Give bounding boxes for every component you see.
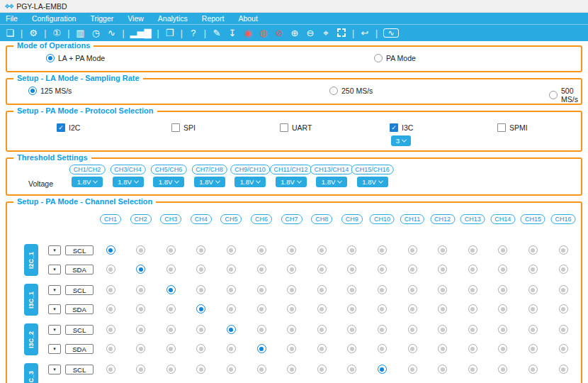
radio-i3c-3-scl-ch16[interactable] <box>559 365 568 374</box>
radio-i3c-1-scl-ch9[interactable] <box>347 285 356 294</box>
radio-i3c-1-scl-ch4[interactable] <box>196 285 205 294</box>
threshold-dropdown-ch15-ch16[interactable]: 1.8V <box>357 177 388 187</box>
radio-i3c-2-scl-ch5[interactable] <box>227 325 236 334</box>
signal-combo-i3c-2-scl[interactable]: ▾ <box>48 325 61 335</box>
radio-i3c-2-sda-ch5[interactable] <box>227 344 236 353</box>
checkbox-i2c[interactable]: ✓ <box>57 123 65 132</box>
checkbox-option-spmi[interactable]: SPMI <box>497 123 528 132</box>
file-icon[interactable]: ❏ <box>5 28 15 38</box>
radio-i3c-2-scl-ch2[interactable] <box>136 325 145 334</box>
radio-i3c-2-scl-ch12[interactable] <box>438 325 447 334</box>
radio-i2c-1-sda-ch7[interactable] <box>287 265 296 274</box>
signal-combo-i2c-1-scl[interactable]: ▾ <box>48 245 61 255</box>
radio-i3c-1-sda-ch14[interactable] <box>498 304 507 313</box>
signal-combo-i3c-2-sda[interactable]: ▾ <box>48 344 61 354</box>
radio-i3c-1-scl-ch7[interactable] <box>287 285 296 294</box>
radio-i3c-2-scl-ch10[interactable] <box>378 325 387 334</box>
radio-i2c-1-scl-ch13[interactable] <box>468 245 477 255</box>
undo-icon[interactable]: ↩ <box>360 28 370 38</box>
radio-i3c-2-scl-ch11[interactable] <box>408 325 417 334</box>
signal-combo-i2c-1-sda[interactable]: ▾ <box>48 265 61 274</box>
radio-i2c-1-scl-ch9[interactable] <box>347 245 356 255</box>
radio-i3c-2-scl-ch15[interactable] <box>528 325 538 334</box>
radio-i3c-1-sda-ch12[interactable] <box>438 304 447 313</box>
radio-i2c-1-scl-ch14[interactable] <box>498 245 507 255</box>
radio-i3c-3-scl-ch3[interactable] <box>166 365 176 374</box>
radio-i2c-1-scl-ch4[interactable] <box>196 245 205 255</box>
radio-i2c-1-scl-ch15[interactable] <box>528 245 538 255</box>
radio-i2c-1-sda-ch3[interactable] <box>166 265 176 274</box>
checkbox-option-i3c[interactable]: ✓I3C <box>390 123 413 132</box>
radio-i2c-1-sda-ch1[interactable] <box>106 265 115 274</box>
radio-i3c-3-scl-ch14[interactable] <box>498 365 507 374</box>
radio-i3c-3-scl-ch2[interactable] <box>136 365 145 374</box>
radio-i3c-2-scl-ch7[interactable] <box>287 325 296 334</box>
checkbox-option-uart[interactable]: UART <box>280 123 312 132</box>
radio-i3c-3-scl-ch13[interactable] <box>468 365 477 374</box>
help-icon[interactable]: ? <box>188 28 198 38</box>
radio-i3c-3-scl-ch8[interactable] <box>317 365 327 374</box>
radio-i2c-1-scl-ch3[interactable] <box>166 245 176 255</box>
checkbox-i3c[interactable]: ✓ <box>390 123 398 132</box>
menu-item-report[interactable]: Report <box>195 14 232 23</box>
radio-i3c-1-scl-ch13[interactable] <box>468 285 477 294</box>
radio-i3c-3-scl-ch12[interactable] <box>438 365 447 374</box>
checkbox-option-i2c[interactable]: ✓I2C <box>57 123 80 132</box>
radio-i2c-1-sda-ch4[interactable] <box>196 265 205 274</box>
threshold-dropdown-ch5-ch6[interactable]: 1.8V <box>153 177 184 187</box>
radio-i2c-1-sda-ch9[interactable] <box>347 265 356 274</box>
radio-i3c-1-sda-ch16[interactable] <box>559 304 568 313</box>
report-icon[interactable]: ❐ <box>165 28 175 38</box>
threshold-dropdown-ch1-ch2[interactable]: 1.8V <box>72 177 103 187</box>
radio-i2c-1-sda-ch14[interactable] <box>498 265 507 274</box>
radio-i3c-1-sda-ch13[interactable] <box>468 304 477 313</box>
radio-i2c-1-scl-ch5[interactable] <box>227 245 236 255</box>
radio-i3c-2-scl-ch6[interactable] <box>257 325 266 334</box>
radio-i3c-3-scl-ch5[interactable] <box>227 365 236 374</box>
threshold-dropdown-ch11-ch12[interactable]: 1.8V <box>276 177 307 187</box>
checkbox-spmi[interactable] <box>497 123 506 132</box>
menu-item-about[interactable]: About <box>231 14 264 23</box>
radio-i3c-1-sda-ch6[interactable] <box>257 304 266 313</box>
radio-i3c-2-scl-ch3[interactable] <box>166 325 176 334</box>
signal-combo-i3c-1-scl[interactable]: ▾ <box>48 285 61 295</box>
radio-i3c-3-scl-ch6[interactable] <box>257 365 266 374</box>
radio-i3c-1-scl-ch8[interactable] <box>317 285 327 294</box>
radio-i3c-1-sda-ch8[interactable] <box>317 304 327 313</box>
signal-combo-i3c-1-sda[interactable]: ▾ <box>48 304 61 314</box>
radio-i3c-1-scl-ch5[interactable] <box>227 285 236 294</box>
radio-i3c-2-sda-ch13[interactable] <box>468 344 477 353</box>
settings-gear-icon[interactable]: ⚙ <box>28 28 38 38</box>
radio-i3c-3-scl-ch7[interactable] <box>287 365 296 374</box>
digital-view-icon[interactable]: ▥ <box>75 28 85 38</box>
radio-i3c-1-sda-ch1[interactable] <box>106 304 115 313</box>
radio-i3c-2-scl-ch1[interactable] <box>106 325 115 334</box>
radio-option-250-ms-s[interactable]: 250 MS/s <box>329 87 373 95</box>
waveform-icon[interactable]: ∿ <box>383 28 399 38</box>
radio-i3c-2-sda-ch8[interactable] <box>317 344 327 353</box>
threshold-dropdown-ch3-ch4[interactable]: 1.8V <box>113 177 144 187</box>
radio-i3c-2-sda-ch3[interactable] <box>166 344 176 353</box>
radio-i3c-2-sda-ch1[interactable] <box>106 344 115 353</box>
radio-la-pa-mode[interactable] <box>46 54 55 62</box>
menu-item-configuration[interactable]: Configuration <box>25 14 83 23</box>
radio-i3c-3-scl-ch11[interactable] <box>408 365 417 374</box>
radio-i3c-1-sda-ch5[interactable] <box>227 304 236 313</box>
radio-i3c-1-sda-ch15[interactable] <box>528 304 538 313</box>
radio-i3c-1-scl-ch2[interactable] <box>136 285 145 294</box>
checkbox-option-spi[interactable]: SPI <box>171 123 196 132</box>
radio-i3c-2-scl-ch9[interactable] <box>347 325 356 334</box>
radio-i3c-2-sda-ch4[interactable] <box>196 344 205 353</box>
radio-i3c-1-scl-ch12[interactable] <box>438 285 447 294</box>
radio-option-125-ms-s[interactable]: 125 MS/s <box>28 87 72 95</box>
radio-500-ms-s[interactable] <box>549 91 558 99</box>
radio-i3c-2-scl-ch16[interactable] <box>559 325 568 334</box>
radio-i3c-1-sda-ch3[interactable] <box>166 304 176 313</box>
radio-i2c-1-scl-ch1[interactable] <box>106 245 115 255</box>
radio-i3c-1-sda-ch10[interactable] <box>378 304 387 313</box>
radio-i2c-1-sda-ch11[interactable] <box>408 265 417 274</box>
radio-i2c-1-scl-ch16[interactable] <box>559 245 568 255</box>
radio-i3c-3-scl-ch1[interactable] <box>106 365 115 374</box>
radio-i3c-1-sda-ch4[interactable] <box>196 304 205 313</box>
no-entry-icon[interactable]: ⊘ <box>274 28 284 38</box>
